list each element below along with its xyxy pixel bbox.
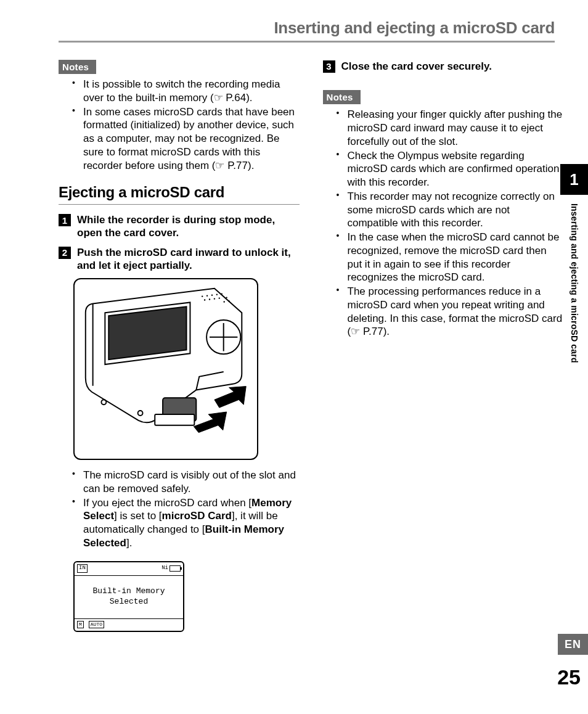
content-columns: Notes It is possible to switch the recor… (59, 60, 563, 632)
svg-rect-16 (155, 414, 194, 425)
list-item: Check the Olympus website regarding micr… (337, 149, 564, 189)
sidebar-caption: Inserting and ejecting a microSD card (570, 203, 579, 363)
step-1: 1 While the recorder is during stop mode… (59, 213, 300, 240)
page-number: 25 (557, 665, 581, 689)
svg-point-5 (211, 295, 213, 296)
lcd-screen-illustration: IN Ni Built-in Memory Selected M AUTO (73, 561, 184, 632)
screen-memory-indicator: IN (77, 564, 88, 573)
step-3: 3 Close the card cover securely. (323, 60, 564, 73)
svg-point-17 (101, 400, 106, 404)
svg-point-8 (226, 297, 227, 298)
svg-point-9 (204, 300, 205, 301)
svg-point-14 (228, 300, 229, 302)
device-illustration (73, 278, 258, 460)
chapter-number-tab: 1 (560, 164, 588, 195)
svg-point-12 (219, 298, 220, 299)
chapter-sidebar: 1 Inserting and ejecting a microSD card (560, 164, 588, 363)
screen-message-line2: Selected (110, 597, 148, 607)
section-heading: Ejecting a microSD card (59, 183, 300, 205)
screen-message-line1: Built-in Memory (92, 586, 165, 597)
step-text: Close the card cover securely. (341, 60, 492, 73)
after-figure-list: The microSD card is visibly out of the s… (59, 469, 300, 550)
screen-auto-badge: AUTO (89, 621, 104, 628)
svg-point-11 (214, 298, 215, 300)
svg-point-4 (206, 295, 208, 297)
list-item: The processing performances reduce in a … (337, 285, 564, 339)
step-2: 2 Push the microSD card inward to unlock… (59, 246, 300, 273)
list-item: The microSD card is visibly out of the s… (72, 469, 300, 496)
screen-mode-indicator: M (77, 621, 84, 628)
step-number-icon: 1 (59, 214, 71, 226)
list-item: This recorder may not recognize correctl… (337, 190, 564, 230)
notes-list-right: Releasing your finger quickly after push… (323, 108, 564, 339)
step-number-icon: 3 (323, 60, 335, 73)
svg-point-3 (202, 296, 203, 297)
notes-badge: Notes (59, 60, 96, 74)
step-text: Push the microSD card inward to unlock i… (77, 246, 300, 273)
list-item: Releasing your finger quickly after push… (337, 108, 564, 148)
page-header: Inserting and ejecting a microSD card (59, 18, 555, 43)
svg-point-6 (216, 294, 218, 295)
list-item: In some cases microSD cards that have be… (72, 105, 300, 173)
svg-point-13 (224, 301, 225, 302)
screen-battery-label: Ni (161, 565, 168, 572)
svg-point-18 (138, 411, 143, 416)
right-column: 3 Close the card cover securely. Notes R… (323, 60, 564, 632)
list-item: In the case when the microSD card cannot… (337, 231, 564, 284)
svg-point-10 (209, 299, 210, 300)
svg-point-7 (221, 293, 223, 295)
step-number-icon: 2 (59, 247, 71, 259)
battery-icon (169, 565, 181, 572)
step-text: While the recorder is during stop mode, … (77, 213, 300, 240)
notes-list-left: It is possible to switch the recording m… (59, 78, 300, 172)
notes-badge: Notes (323, 90, 361, 104)
list-item: It is possible to switch the recording m… (72, 78, 300, 105)
left-column: Notes It is possible to switch the recor… (59, 60, 300, 632)
language-tab: EN (558, 634, 588, 655)
list-item: If you eject the microSD card when [Memo… (72, 496, 300, 550)
